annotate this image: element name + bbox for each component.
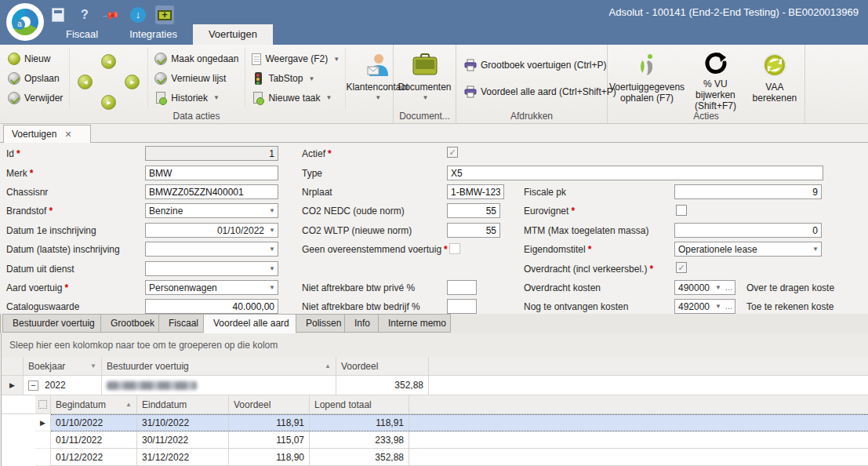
begindatum-cell: 01/10/2022 bbox=[51, 415, 137, 431]
nog-te-ontvangen-select[interactable]: 492000 ▼ … bbox=[674, 299, 735, 314]
chevron-down-icon: ▼ bbox=[333, 56, 340, 63]
dropdown-arrow-icon[interactable]: ▼ bbox=[810, 246, 821, 253]
datum-1e-select[interactable]: 01/10/2022▼ bbox=[145, 223, 278, 238]
vu-bijwerken-button[interactable]: % VU bijwerken (Shift+F7) bbox=[685, 48, 746, 109]
tab-interne-memo[interactable]: Interne memo bbox=[379, 314, 451, 333]
overdracht-kosten-select[interactable]: 490000 ▼ … bbox=[674, 280, 735, 295]
collapse-icon[interactable]: − bbox=[28, 380, 38, 391]
dropdown-arrow-icon[interactable]: ▼ bbox=[713, 303, 724, 310]
table-row[interactable]: 01/11/2022 30/11/2022 115,07 233,98 bbox=[2, 431, 868, 449]
column-header-voordeel[interactable]: Voordeel bbox=[336, 357, 429, 376]
vernieuw-lijst-button[interactable]: Vernieuw lijst bbox=[151, 69, 242, 89]
close-icon[interactable]: ✕ bbox=[64, 129, 71, 140]
nav-next-button[interactable]: ▶ bbox=[101, 95, 116, 110]
tab-grootboek[interactable]: Grootboek bbox=[101, 314, 159, 333]
co2-nedc-field[interactable] bbox=[447, 203, 500, 218]
type-label: Type bbox=[302, 168, 322, 179]
nieuw-button[interactable]: Nieuw bbox=[5, 49, 66, 69]
verwijder-button[interactable]: Verwijder bbox=[5, 88, 66, 107]
menu-tab-integraties[interactable]: Integraties bbox=[114, 24, 193, 45]
dropdown-arrow-icon[interactable]: ▼ bbox=[267, 265, 278, 272]
maak-ongedaan-button[interactable]: Maak ongedaan bbox=[151, 49, 242, 69]
fiscale-pk-field[interactable] bbox=[674, 184, 822, 199]
tab-info[interactable]: Info bbox=[345, 314, 379, 333]
detail-tab-strip: Bestuurder voertuig Grootboek Fiscaal Vo… bbox=[0, 314, 868, 333]
subgrid-corner[interactable] bbox=[35, 395, 51, 414]
chassisnr-field[interactable] bbox=[145, 184, 278, 199]
adsolut-logo-icon[interactable]: a bbox=[6, 3, 44, 41]
menu-tab-fiscaal[interactable]: Fiscaal bbox=[50, 24, 114, 45]
new-task-icon bbox=[252, 92, 264, 104]
history-icon bbox=[154, 92, 167, 104]
group-by-panel[interactable]: Sleep hier een kolomkop naar toe om te g… bbox=[1, 333, 868, 357]
vaa-berekenen-button[interactable]: VAA berekenen bbox=[746, 48, 803, 109]
table-row[interactable]: 01/12/2022 31/12/2022 118,90 352,88 bbox=[2, 449, 868, 466]
geen-overeenstemmend-label: Geen overeenstemmend voertuig* bbox=[302, 244, 448, 255]
btw-bedrijf-field[interactable] bbox=[447, 299, 477, 314]
cataloguswaarde-field[interactable] bbox=[145, 299, 278, 314]
brandstof-select[interactable]: Benzine▼ bbox=[145, 203, 278, 218]
ellipsis-button[interactable]: … bbox=[724, 304, 735, 310]
voertuiggegevens-ophalen-button[interactable]: Voertuiggegevens ophalen (F7) bbox=[609, 48, 685, 109]
vehicle-form: Id* Merk* Chassisnr Brandstof* Benzine▼ … bbox=[0, 143, 868, 314]
eigendomstitel-select[interactable]: Operationele lease▼ bbox=[674, 242, 822, 257]
eurovignet-checkbox[interactable] bbox=[676, 205, 687, 216]
dropdown-arrow-icon[interactable]: ▼ bbox=[267, 227, 278, 234]
co2-wltp-field[interactable] bbox=[447, 223, 500, 238]
merk-field[interactable] bbox=[145, 166, 278, 180]
tab-polissen[interactable]: Polissen bbox=[296, 314, 345, 333]
datum-uit-dienst-label: Datum uit dienst bbox=[6, 264, 74, 275]
opslaan-button[interactable]: Opslaan bbox=[5, 69, 66, 89]
tab-bestuurder-voertuig[interactable]: Bestuurder voertuig bbox=[2, 314, 101, 333]
column-header-begindatum[interactable]: Begindatum▲ bbox=[51, 395, 137, 414]
logo-letter: a bbox=[14, 19, 25, 30]
calculator-icon[interactable] bbox=[49, 5, 67, 24]
document-tab-voertuigen[interactable]: Voertuigen ✕ bbox=[3, 125, 91, 143]
column-header-sub-voordeel[interactable]: Voordeel bbox=[229, 395, 310, 414]
pin-icon[interactable]: 📌 bbox=[102, 5, 121, 24]
column-header-boekjaar[interactable]: Boekjaar▼ bbox=[24, 357, 102, 376]
datum-uit-dienst-select[interactable]: ▼ bbox=[145, 261, 278, 276]
tabstop-button[interactable]: TabStop ▼ bbox=[249, 69, 342, 89]
column-header-einddatum[interactable]: Einddatum bbox=[137, 395, 229, 414]
group-row-2022[interactable]: ▶ − 2022 352,88 bbox=[2, 376, 868, 395]
tab-fiscaal[interactable]: Fiscaal bbox=[159, 314, 204, 333]
dropdown-arrow-icon[interactable]: ▼ bbox=[267, 246, 278, 253]
monitor-plus-icon[interactable]: + bbox=[155, 5, 174, 24]
download-icon[interactable]: ↓ bbox=[129, 5, 147, 24]
historiek-button[interactable]: Historiek ▼ bbox=[151, 88, 242, 107]
ribbon-group-label: Afdrukken bbox=[456, 111, 607, 122]
overdracht-kosten-label: Overdracht kosten bbox=[524, 282, 601, 293]
chevron-down-icon: ▼ bbox=[423, 93, 429, 104]
merk-label: Merk* bbox=[6, 168, 33, 179]
nieuwe-taak-button[interactable]: Nieuwe taak ▼ bbox=[249, 88, 342, 107]
nrplaat-field[interactable] bbox=[447, 184, 504, 199]
grootboek-voertuigen-button[interactable]: Grootboek voertuigen (Ctrl+P) bbox=[461, 55, 619, 75]
column-header-lopend-totaal[interactable]: Lopend totaal bbox=[310, 395, 409, 414]
btw-prive-field[interactable] bbox=[447, 280, 477, 295]
dropdown-arrow-icon[interactable]: ▼ bbox=[267, 207, 278, 214]
help-icon[interactable]: ? bbox=[75, 5, 94, 24]
datum-laatste-select[interactable]: ▼ bbox=[145, 242, 278, 257]
documenten-button[interactable]: Documenten ▼ bbox=[395, 48, 454, 109]
nav-last-button[interactable]: ▶ bbox=[125, 75, 140, 89]
id-field bbox=[145, 146, 278, 161]
tab-voordeel-alle-aard[interactable]: Voordeel alle aard bbox=[204, 314, 296, 333]
weergave-button[interactable]: Weergave (F2) ▼ bbox=[249, 49, 342, 69]
mtm-field[interactable] bbox=[674, 223, 822, 238]
type-field[interactable] bbox=[447, 166, 823, 180]
nav-previous-button[interactable]: ◀ bbox=[101, 54, 116, 69]
ellipsis-button[interactable]: … bbox=[724, 285, 735, 291]
checkmark-icon: ✓ bbox=[449, 147, 456, 157]
voordeel-alle-aard-print-button[interactable]: Voordeel alle aard (Ctrl+Shift+P) bbox=[461, 82, 619, 102]
cataloguswaarde-label: Cataloguswaarde bbox=[6, 301, 79, 312]
dropdown-arrow-icon[interactable]: ▼ bbox=[713, 284, 724, 291]
column-header-bestuurder[interactable]: Bestuurder voertuig▲ bbox=[102, 357, 336, 376]
filter-dropdown-icon[interactable]: ▼ bbox=[90, 362, 96, 370]
nav-first-button[interactable]: ◀ bbox=[78, 75, 93, 89]
table-row[interactable]: ▶ 01/10/2022 31/10/2022 118,91 118,91 bbox=[2, 414, 868, 431]
geen-overeenstemmend-checkbox[interactable] bbox=[449, 243, 460, 254]
aard-voertuig-select[interactable]: Personenwagen▼ bbox=[145, 280, 278, 295]
dropdown-arrow-icon[interactable]: ▼ bbox=[267, 284, 278, 291]
menu-tab-voertuigen[interactable]: Voertuigen bbox=[193, 24, 273, 45]
